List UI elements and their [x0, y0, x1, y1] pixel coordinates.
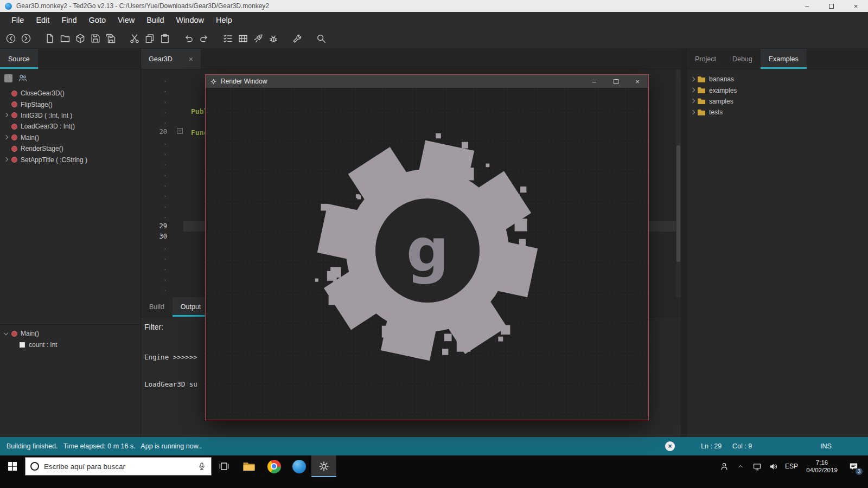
gutter-line: .: [141, 138, 176, 148]
expander-icon[interactable]: [690, 109, 697, 116]
open-folder-button[interactable]: [58, 31, 73, 46]
menu-help[interactable]: Help: [210, 12, 238, 28]
forward-icon: [21, 33, 31, 44]
source-item[interactable]: FlipStage(): [0, 99, 141, 110]
gutter-line: .: [141, 274, 176, 284]
menu-view[interactable]: View: [112, 12, 141, 28]
chrome-button[interactable]: [261, 455, 286, 477]
volume-button[interactable]: [765, 455, 781, 477]
source-item[interactable]: SetAppTitle ( :CString ): [0, 154, 141, 165]
debug-var-row[interactable]: count : Int: [0, 339, 141, 350]
folder-row[interactable]: bananas: [687, 74, 868, 85]
tab-build[interactable]: Build: [141, 297, 173, 317]
tray-expand-button[interactable]: [732, 455, 749, 477]
debug-root-row[interactable]: Main(): [0, 328, 141, 339]
expander-icon[interactable]: [3, 156, 10, 163]
tab-gear3d[interactable]: Gear3D ×: [141, 49, 201, 69]
undo-icon: [183, 33, 194, 44]
forward-button[interactable]: [18, 31, 34, 46]
source-item[interactable]: LoadGear3D : Int(): [0, 121, 141, 132]
redo-button[interactable]: [196, 31, 212, 46]
chrome-icon: [267, 460, 281, 473]
action-center-button[interactable]: 3: [842, 455, 865, 477]
render-maximize-button[interactable]: [605, 75, 627, 88]
filter-kinds-icon[interactable]: [4, 74, 12, 82]
editor-scrollbar[interactable]: [676, 69, 681, 297]
start-button[interactable]: [0, 455, 25, 477]
stop-button[interactable]: ×: [665, 441, 675, 451]
tab-source[interactable]: Source: [0, 49, 38, 69]
menu-goto[interactable]: Goto: [83, 12, 112, 28]
module-cube-icon: [75, 33, 86, 44]
expander-icon[interactable]: [3, 134, 10, 141]
tab-project[interactable]: Project: [687, 49, 724, 69]
menu-find[interactable]: Find: [55, 12, 82, 28]
folder-row[interactable]: examples: [687, 85, 868, 95]
expander-icon[interactable]: [690, 98, 697, 105]
expander-icon[interactable]: [690, 87, 697, 94]
folder-row[interactable]: tests: [687, 107, 868, 118]
source-item-label: FlipStage(): [21, 101, 53, 108]
menu-build[interactable]: Build: [141, 12, 170, 28]
microphone-icon[interactable]: [197, 462, 206, 471]
cut-button[interactable]: [127, 31, 142, 46]
menu-edit[interactable]: Edit: [30, 12, 55, 28]
menu-file[interactable]: File: [5, 12, 30, 28]
maximize-button[interactable]: [819, 0, 844, 12]
monkey2-app-button[interactable]: [286, 455, 311, 477]
language-indicator[interactable]: ESP: [781, 463, 802, 470]
todo-list-button[interactable]: [220, 31, 235, 46]
close-button[interactable]: ×: [844, 0, 868, 12]
clock[interactable]: 7:16 04/02/2019: [802, 459, 842, 474]
fold-marker[interactable]: [177, 128, 183, 134]
gutter-line: .: [141, 148, 176, 158]
save-all-button[interactable]: [103, 31, 118, 46]
source-item[interactable]: InitG3D ( :Int, Int ): [0, 110, 141, 121]
render-close-button[interactable]: ×: [627, 75, 648, 88]
minimize-button[interactable]: –: [795, 0, 819, 12]
registers-button[interactable]: [235, 31, 251, 46]
save-button[interactable]: [88, 31, 103, 46]
folder-row[interactable]: samples: [687, 96, 868, 107]
tab-output[interactable]: Output: [173, 297, 209, 317]
collapse-icon[interactable]: [3, 330, 10, 337]
paste-button[interactable]: [157, 31, 173, 46]
debug-root-label: Main(): [21, 330, 39, 337]
people-button[interactable]: [716, 455, 732, 477]
task-view-button[interactable]: [212, 455, 237, 477]
undo-button[interactable]: [181, 31, 196, 46]
search-input[interactable]: [44, 463, 193, 471]
expander-icon[interactable]: [690, 76, 697, 83]
variable-icon: [20, 342, 25, 348]
render-window-title: Render Window: [221, 78, 267, 85]
source-item[interactable]: Main(): [0, 132, 141, 143]
source-item-label: LoadGear3D : Int(): [21, 123, 75, 130]
tab-examples[interactable]: Examples: [761, 49, 807, 69]
module-button[interactable]: [73, 31, 88, 46]
build-settings-button[interactable]: [290, 31, 305, 46]
members-icon[interactable]: [18, 73, 28, 83]
clock-date: 04/02/2019: [802, 466, 842, 474]
render-window-titlebar[interactable]: Render Window – ×: [206, 75, 648, 88]
settings-app-button[interactable]: [311, 455, 336, 477]
scrollbar-thumb[interactable]: [676, 145, 680, 262]
network-button[interactable]: [749, 455, 765, 477]
source-item[interactable]: RenderStage(): [0, 143, 141, 154]
render-minimize-button[interactable]: –: [583, 75, 605, 88]
debug-button[interactable]: [266, 31, 281, 46]
tab-close-icon[interactable]: ×: [189, 55, 193, 63]
back-button[interactable]: [3, 31, 18, 46]
run-button[interactable]: [251, 31, 266, 46]
gutter-line: 29: [141, 221, 176, 232]
taskbar-search[interactable]: [25, 457, 212, 476]
copy-button[interactable]: [142, 31, 157, 46]
expander-icon[interactable]: [3, 112, 10, 119]
find-button[interactable]: [314, 31, 329, 46]
render-window[interactable]: Render Window – × g: [205, 74, 649, 420]
file-explorer-button[interactable]: [237, 455, 261, 477]
source-item[interactable]: CloseGear3D(): [0, 88, 141, 99]
new-file-button[interactable]: [42, 31, 58, 46]
tab-debug[interactable]: Debug: [724, 49, 761, 69]
menu-window[interactable]: Window: [170, 12, 210, 28]
source-item-label: CloseGear3D(): [21, 89, 65, 97]
